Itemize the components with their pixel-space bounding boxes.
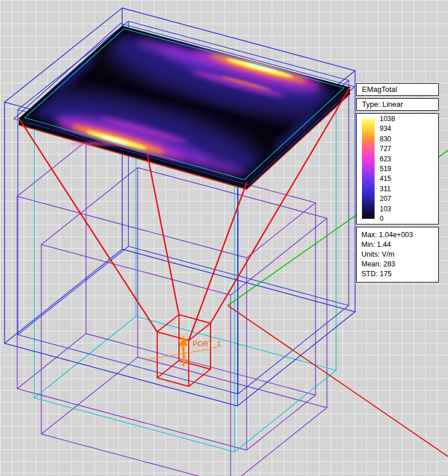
scale-tick: 415	[380, 175, 395, 183]
stat-line-max: Max: 1.04e+003	[361, 230, 434, 240]
colorbar-gradient	[362, 119, 375, 219]
legend-colorbar-box: 1038 934 830 727 623 519 415 311 207 103…	[356, 113, 439, 225]
scale-tick: 623	[380, 155, 395, 163]
stat-line-min: Min: 1.44	[361, 240, 434, 250]
scale-tick: 311	[380, 185, 395, 193]
pml-box-1-wireframe	[17, 141, 315, 450]
scale-tick: 727	[380, 145, 395, 153]
stat-line-units: Units: V/m	[361, 250, 434, 260]
scale-tick: 1038	[380, 115, 395, 123]
aperture-field-plot	[14, 11, 354, 199]
scale-tick: 830	[380, 135, 395, 143]
field-legend: EMagTotal Type: Linear 1038 934 830 727 …	[356, 83, 439, 285]
scale-tick: 934	[380, 125, 395, 133]
scale-tick: 0	[380, 215, 395, 223]
stat-line-mean: Mean: 283	[361, 260, 434, 269]
scale-tick: 103	[380, 205, 395, 213]
stat-line-std: STD: 175	[361, 269, 434, 279]
x-axis-line	[228, 305, 448, 456]
legend-stats-box: Max: 1.04e+003 Min: 1.44 Units: V/m Mean…	[356, 227, 439, 282]
legend-title: EMagTotal	[356, 83, 439, 96]
colorbar-tick-labels: 1038 934 830 727 623 519 415 311 207 103…	[380, 115, 395, 223]
port-label: PORT_1	[193, 340, 221, 348]
viewport-3d[interactable]: PORT_1 EMagTotal Type: Linear 1038 934 8…	[0, 0, 448, 476]
scale-tick: 207	[380, 195, 395, 203]
scale-tick: 519	[380, 165, 395, 173]
legend-scale-type: Type: Linear	[356, 98, 439, 111]
